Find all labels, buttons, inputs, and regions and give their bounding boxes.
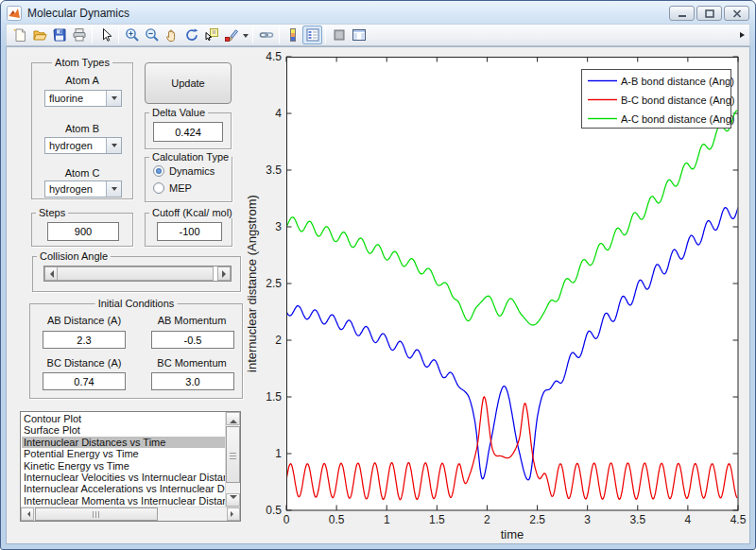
x-tick-label: 4 xyxy=(685,513,692,526)
zoom-out-button[interactable] xyxy=(142,26,162,44)
x-tick-label: 1 xyxy=(384,513,390,526)
ab-momentum-label: AB Momentum xyxy=(144,315,240,326)
new-figure-button[interactable] xyxy=(9,26,29,44)
scroll-left-button[interactable] xyxy=(21,507,34,521)
steps-field[interactable] xyxy=(47,222,119,241)
list-item[interactable]: Contour Plot xyxy=(22,413,225,424)
list-horizontal-scrollbar[interactable] xyxy=(21,507,240,521)
mep-radio-label: MEP xyxy=(169,182,192,194)
left-arrow-icon xyxy=(46,270,54,278)
list-item[interactable]: Potential Energy vs Time xyxy=(22,448,225,459)
scroll-down-button[interactable] xyxy=(226,493,240,507)
open-file-button[interactable] xyxy=(29,26,49,44)
minimize-button[interactable] xyxy=(669,6,695,21)
y-tick-label: 1.5 xyxy=(266,390,282,404)
zoom-in-icon xyxy=(125,27,140,43)
window-controls xyxy=(669,6,749,21)
scroll-right-button[interactable] xyxy=(227,507,240,521)
edit-plot-button[interactable] xyxy=(95,26,115,44)
close-button[interactable] xyxy=(724,6,749,21)
bc-distance-field[interactable] xyxy=(43,372,126,390)
atom-c-value: hydrogen xyxy=(49,183,93,195)
dynamics-radio-label: Dynamics xyxy=(169,165,215,177)
scroll-grip xyxy=(93,511,101,518)
maximize-button[interactable] xyxy=(696,6,722,21)
list-item[interactable]: Internuclear Velocities vs Internuclear … xyxy=(22,472,225,483)
save-disk-icon xyxy=(52,27,67,43)
toolbar-overflow-arrow[interactable] xyxy=(739,30,747,42)
steps-title: Steps xyxy=(36,207,68,218)
y-tick-label: 3.5 xyxy=(266,163,282,177)
hide-plot-tools-icon xyxy=(332,27,347,43)
brush-dropdown-button[interactable] xyxy=(241,26,249,44)
scroll-up-button[interactable] xyxy=(226,412,240,425)
list-item[interactable]: Internuclear Accelerations vs Internucle… xyxy=(22,483,225,494)
insert-legend-button[interactable] xyxy=(302,26,322,44)
cutoff-title: Cutoff (Kcal/ mol) xyxy=(149,207,235,218)
atom-b-value: hydrogen xyxy=(49,140,93,151)
list-item[interactable]: Internuclear Momenta vs Internuclear Dis… xyxy=(22,495,225,506)
cutoff-field[interactable] xyxy=(157,222,222,241)
update-button[interactable]: Update xyxy=(145,62,232,104)
slider-thumb[interactable] xyxy=(58,266,214,281)
combo-arrow-icon[interactable] xyxy=(106,138,121,153)
data-cursor-button[interactable] xyxy=(201,26,221,44)
print-button[interactable] xyxy=(69,26,89,44)
pointer-arrow-icon xyxy=(98,27,113,43)
pan-button[interactable] xyxy=(162,26,181,44)
vertical-scroll-thumb[interactable] xyxy=(226,426,240,483)
show-plot-tools-button[interactable] xyxy=(349,26,369,44)
x-tick-label: 4.5 xyxy=(730,513,747,526)
scroll-grip xyxy=(230,451,236,459)
y-tick-label: 4.5 xyxy=(266,50,282,63)
delta-value-panel: Delta Value xyxy=(145,112,232,149)
atom-types-title: Atom Types xyxy=(52,57,112,68)
mep-radio[interactable]: MEP xyxy=(153,182,192,194)
plot-type-list: Contour PlotSurface PlotInternuclear Dis… xyxy=(22,413,225,506)
up-arrow-icon xyxy=(230,416,237,423)
combo-arrow-icon[interactable] xyxy=(106,181,121,197)
colorbar-icon xyxy=(285,27,301,43)
y-tick-label: 2 xyxy=(275,334,282,347)
horizontal-scroll-thumb[interactable] xyxy=(35,507,158,521)
dynamics-radio[interactable]: Dynamics xyxy=(153,165,215,177)
list-item[interactable]: Kinetic Energy vs Time xyxy=(22,460,225,472)
brush-icon xyxy=(224,27,239,43)
bc-momentum-field[interactable] xyxy=(151,372,234,390)
link-plot-button[interactable] xyxy=(256,26,276,44)
atom-a-select[interactable]: fluorine xyxy=(44,90,122,107)
list-item[interactable]: Surface Plot xyxy=(22,424,225,436)
zoom-in-button[interactable] xyxy=(122,26,142,44)
slider-left-arrow[interactable] xyxy=(44,266,58,281)
list-vertical-scrollbar[interactable] xyxy=(225,412,240,507)
atom-c-select[interactable]: hydrogen xyxy=(44,180,122,198)
right-arrow-icon xyxy=(222,270,230,278)
ab-distance-field[interactable] xyxy=(43,331,126,349)
legend-icon xyxy=(305,27,320,43)
rotate-3d-button[interactable] xyxy=(181,26,201,44)
bc-momentum-label: BC Momentum xyxy=(144,357,240,369)
x-tick-label: 0 xyxy=(284,513,290,526)
save-button[interactable] xyxy=(49,26,69,44)
collision-angle-panel: Collision Angle xyxy=(32,256,241,292)
atom-b-select[interactable]: hydrogen xyxy=(44,137,122,154)
x-tick-label: 2.5 xyxy=(529,513,545,526)
list-item[interactable]: Internuclear Distances vs Time xyxy=(22,437,225,448)
collision-angle-slider[interactable] xyxy=(43,266,232,282)
combo-arrow-icon[interactable] xyxy=(106,91,121,106)
toolbar-separator xyxy=(279,26,280,43)
brush-button[interactable] xyxy=(221,26,241,44)
title-bar[interactable]: Molecular Dynamics xyxy=(7,4,749,23)
insert-colorbar-button[interactable] xyxy=(283,26,302,44)
plot-type-listbox: Contour PlotSurface PlotInternuclear Dis… xyxy=(20,411,241,522)
slider-right-arrow[interactable] xyxy=(217,266,231,281)
update-button-label: Update xyxy=(171,77,204,89)
x-tick-label: 0.5 xyxy=(329,513,345,526)
atom-a-value: fluorine xyxy=(49,93,83,104)
legend[interactable]: A-B bond distance (Ang)B-C bond distance… xyxy=(582,70,735,129)
hide-plot-tools-button[interactable] xyxy=(329,26,349,44)
dropdown-arrow-icon xyxy=(243,34,249,41)
ab-momentum-field[interactable] xyxy=(151,331,234,349)
delta-value-field[interactable] xyxy=(153,122,223,142)
maximize-icon xyxy=(705,9,714,18)
